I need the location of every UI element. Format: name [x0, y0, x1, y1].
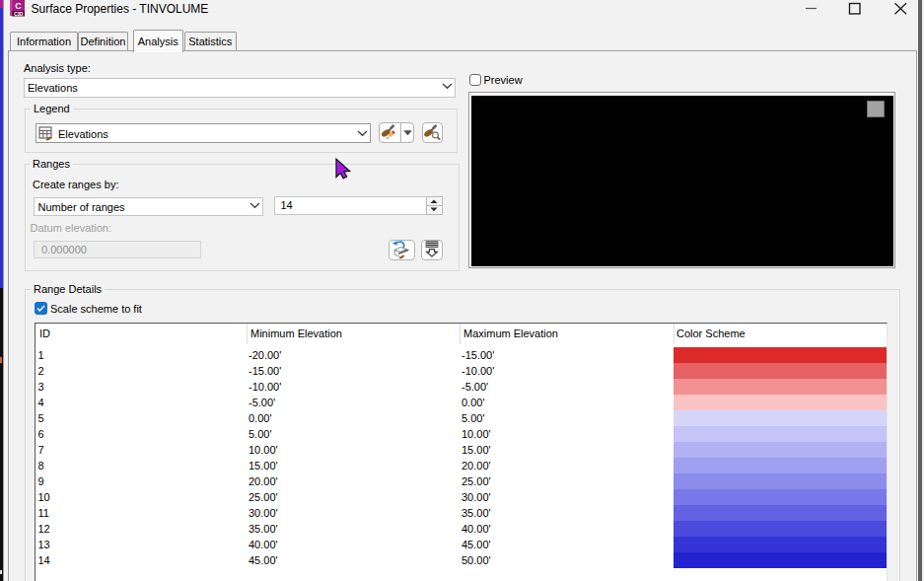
svg-text:C: C [15, 1, 22, 11]
svg-text:C3D: C3D [14, 12, 24, 17]
